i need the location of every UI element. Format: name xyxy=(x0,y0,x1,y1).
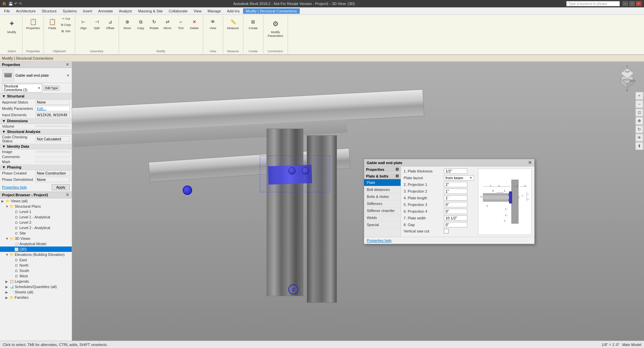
modify-parameters-edit-link[interactable]: Edit... xyxy=(36,106,70,111)
vertical-saw-cut-checkbox[interactable] xyxy=(444,229,449,233)
properties-button[interactable]: 📋 Properties xyxy=(24,16,42,31)
view-button[interactable]: 👁View xyxy=(207,16,219,31)
rotate-button[interactable]: ↻Rotate xyxy=(148,16,161,31)
instance-dropdown[interactable]: Structural Connections (1) ▼ xyxy=(2,84,42,92)
menu-analyze[interactable]: Analyze xyxy=(116,8,135,14)
look-button[interactable]: 👁 xyxy=(635,134,643,142)
menu-architecture[interactable]: Architecture xyxy=(13,8,39,14)
mirror-button[interactable]: ⇄Mirror xyxy=(161,16,174,31)
align-button[interactable]: ⊢Align xyxy=(77,16,90,31)
tree-3d-views[interactable]: ▼ 📁 3D Views xyxy=(0,236,72,241)
edit-type-button[interactable]: Edit Type xyxy=(44,86,59,90)
delete-button[interactable]: ✕Delete xyxy=(188,16,201,31)
identity-data-section-header[interactable]: ▼ Identity Data xyxy=(0,144,72,149)
nav-bolt-distances[interactable]: Bolt distances xyxy=(364,186,401,193)
menu-file[interactable]: File xyxy=(1,8,13,14)
move-button[interactable]: ⊕Move xyxy=(121,16,134,31)
image-label: Image xyxy=(2,150,36,154)
nav-stiffeners[interactable]: Stiffeners xyxy=(364,200,401,207)
tree-level2-analytical[interactable]: 🗋 Level 2 - Analytical xyxy=(0,225,72,230)
apply-button[interactable]: Apply xyxy=(52,184,70,190)
plate-width-input[interactable] xyxy=(444,215,467,221)
comments-value[interactable] xyxy=(36,156,70,157)
menu-collaborate[interactable]: Collaborate xyxy=(166,8,190,14)
zoom-out-button[interactable]: − xyxy=(635,100,643,108)
minimize-button[interactable]: — xyxy=(623,1,628,6)
zoom-in-button[interactable]: + xyxy=(635,92,643,100)
plate-layout-dropdown[interactable]: from beam ▼ xyxy=(444,175,474,181)
cut-button[interactable]: ✂ Cut xyxy=(59,16,73,21)
phasing-section-header[interactable]: ▼ Phasing xyxy=(0,164,72,170)
menu-manage[interactable]: Manage xyxy=(205,8,224,14)
trim-button[interactable]: ⌐Trim xyxy=(175,16,187,31)
walk-button[interactable]: ⬆ xyxy=(635,142,643,150)
gap-input[interactable] xyxy=(444,222,467,227)
menu-addins[interactable]: Add-Ins xyxy=(224,8,242,14)
tree-schedules[interactable]: ▶ 📊 Schedules/Quantities (all) xyxy=(0,284,72,289)
split-button[interactable]: ⊣Split xyxy=(91,16,103,31)
dimensions-section-header[interactable]: ▼ Dimensions xyxy=(0,118,72,124)
tree-families[interactable]: ▶ 📁 Families xyxy=(0,295,72,300)
tree-level1[interactable]: 🗋 Level 1 xyxy=(0,209,72,214)
projection1-input[interactable] xyxy=(444,182,467,187)
paste-button[interactable]: 📋 Paste xyxy=(46,16,59,34)
dialog-properties-help-link[interactable]: Properties help xyxy=(367,238,392,242)
join-button[interactable]: ⊞ Join xyxy=(59,28,73,34)
close-button[interactable]: ✕ xyxy=(636,1,641,6)
offset-button[interactable]: ⊿Offset xyxy=(104,16,117,31)
tree-west[interactable]: 🗋 West xyxy=(0,273,72,279)
nav-stiffener-chamfer[interactable]: Stiffener chamfer xyxy=(364,207,401,214)
menu-view[interactable]: View xyxy=(191,8,204,14)
copy-modify-button[interactable]: ⧉Copy xyxy=(134,16,147,31)
tree-legends[interactable]: ▶ 📋 Legends xyxy=(0,279,72,284)
tree-structural-plans[interactable]: ▼ 📁 Structural Plans xyxy=(0,204,72,209)
tree-sheets[interactable]: ▶ 📄 Sheets (all) xyxy=(0,289,72,295)
copy-button[interactable]: ⧉ Copy xyxy=(59,22,73,28)
project-browser-close-button[interactable]: ✕ xyxy=(65,193,70,197)
menu-insert[interactable]: Insert xyxy=(80,8,95,14)
properties-close-button[interactable]: ✕ xyxy=(65,62,70,67)
viewcube[interactable]: TOP FRONT RIGHT N S xyxy=(614,65,641,92)
pan-button[interactable]: ✥ xyxy=(635,117,643,125)
properties-help-link[interactable]: Properties help xyxy=(2,185,27,189)
menu-modify-structural[interactable]: Modify | Structural Connections xyxy=(243,8,300,14)
zoom-fit-button[interactable]: ⊡ xyxy=(635,109,643,117)
tree-site[interactable]: 🗋 Site xyxy=(0,230,72,236)
menu-massing[interactable]: Massing & Site xyxy=(135,8,165,14)
nav-welds[interactable]: Welds xyxy=(364,214,401,221)
measure-button[interactable]: 📏Measure xyxy=(226,16,241,31)
tree-3d[interactable]: ⬜ {3D} xyxy=(0,247,72,252)
tree-views-all[interactable]: ▶ 📁 Views (all) xyxy=(0,198,72,204)
svg-text:6.: 6. xyxy=(486,205,488,207)
tree-level1-analytical[interactable]: 🗋 Level 1 - Analytical xyxy=(0,214,72,220)
projection3-input[interactable] xyxy=(444,202,467,207)
projection2-input[interactable] xyxy=(444,189,467,194)
mark-value[interactable] xyxy=(36,161,70,162)
menu-annotate[interactable]: Annotate xyxy=(96,8,116,14)
tree-east[interactable]: 🗋 East xyxy=(0,257,72,263)
search-box[interactable]: Type a keyword or phrase xyxy=(566,1,620,6)
tree-analytical-model[interactable]: ⬜ Analytical Model xyxy=(0,241,72,247)
menu-systems[interactable]: Systems xyxy=(60,8,79,14)
plate-thickness-input[interactable] xyxy=(444,168,467,174)
orbit-button[interactable]: ↻ xyxy=(635,125,643,133)
modify-button[interactable]: ✦ Modify xyxy=(3,16,20,35)
viewport[interactable]: 2 TOP FRONT RIGHT N S xyxy=(72,62,644,341)
menu-structure[interactable]: Structure xyxy=(39,8,59,14)
maximize-button[interactable]: □ xyxy=(629,1,635,6)
structural-analysis-section-header[interactable]: ▼ Structural Analysis xyxy=(0,129,72,135)
projection4-input[interactable] xyxy=(444,209,467,214)
nav-special[interactable]: Special xyxy=(364,221,401,228)
tree-south[interactable]: 🗋 South xyxy=(0,268,72,273)
modify-parameters-button[interactable]: ⚙ ModifyParameters xyxy=(266,16,286,39)
plate-length-input[interactable] xyxy=(444,195,467,201)
nav-plate[interactable]: Plate xyxy=(364,179,401,186)
nav-bolts-holes[interactable]: Bolts & Holes xyxy=(364,193,401,200)
create-button[interactable]: ⊞Create xyxy=(247,16,259,31)
tree-elevations[interactable]: ▼ 📁 Elevations (Building Elevation) xyxy=(0,252,72,257)
tree-north[interactable]: 🗋 North xyxy=(0,263,72,268)
type-selector[interactable]: Gable wall end plate ▼ xyxy=(0,68,72,83)
tree-level2[interactable]: 🗋 Level 2 xyxy=(0,220,72,225)
structural-section-header[interactable]: ▼ Structural xyxy=(0,93,72,99)
connection-dialog-close-button[interactable]: ✕ xyxy=(528,160,532,165)
